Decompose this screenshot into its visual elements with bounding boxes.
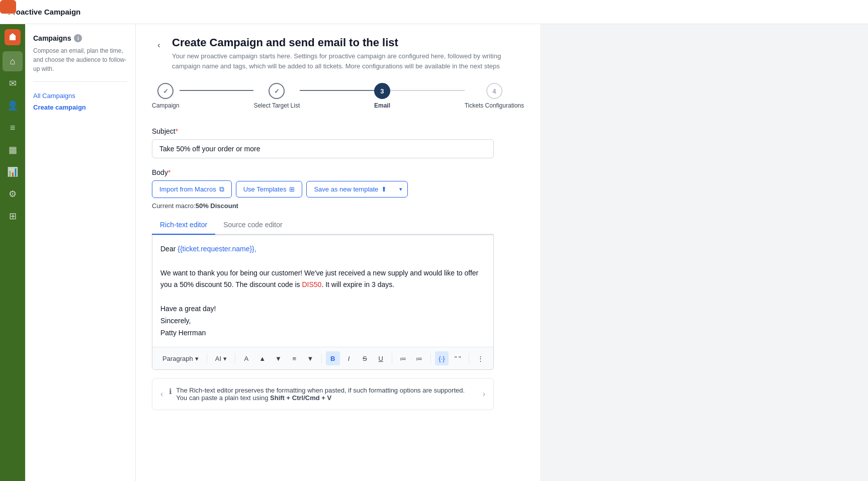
section-title: Campaigns i xyxy=(33,34,127,42)
step-campaign: ✓ Campaign xyxy=(152,83,180,109)
font-size-up-button[interactable]: ▲ xyxy=(255,351,270,365)
nav-email-icon[interactable]: ✉ xyxy=(3,73,23,93)
left-panel: Campaigns i Compose an email, plan the t… xyxy=(25,24,136,481)
nav-reports-icon[interactable]: ≡ xyxy=(3,118,23,138)
step-2-circle: ✓ xyxy=(269,83,285,99)
step-email: 3 Email xyxy=(374,83,390,109)
underline-button[interactable]: U xyxy=(374,351,388,365)
editor-suffix: . It will expire in 3 days. xyxy=(321,280,394,288)
step-connector-1 xyxy=(180,90,254,91)
copy-icon: ⧉ xyxy=(219,185,224,194)
editor-discount-code: DIS50 xyxy=(302,280,321,288)
back-button[interactable]: ‹ xyxy=(152,38,166,52)
page-subtitle: Your new proactive campaign starts here.… xyxy=(172,51,524,71)
step-3-circle: 3 xyxy=(374,83,390,99)
strikethrough-button[interactable]: S xyxy=(358,351,372,365)
info-icon: i xyxy=(74,34,82,42)
step-1-label: Campaign xyxy=(152,102,180,109)
banner-next-button[interactable]: › xyxy=(483,390,485,399)
page-header: ‹ Create Campaign and send email to the … xyxy=(152,36,524,71)
paragraph-chevron-down-icon: ▾ xyxy=(195,355,199,362)
save-template-main[interactable]: Save as new template ⬆ xyxy=(307,181,394,197)
ai-selector[interactable]: AI ▾ xyxy=(211,353,231,364)
step-4-label: Tickets Configurations xyxy=(465,102,524,109)
step-target-list: ✓ Select Target List xyxy=(253,83,300,109)
nav-contacts-icon[interactable]: 👤 xyxy=(3,95,23,116)
import-from-macros-button[interactable]: Import from Macros ⧉ xyxy=(152,180,232,198)
macro-label: Current macro:50% Discount xyxy=(152,202,494,210)
editor-closing-2: Sincerely, xyxy=(160,315,485,327)
body-label: Body* xyxy=(152,168,494,176)
paragraph-selector[interactable]: Paragraph ▾ xyxy=(158,353,203,364)
editor-area: Dear {{ticket.requester.name}}, We want … xyxy=(152,235,494,370)
toolbar-divider-1 xyxy=(207,353,207,363)
step-connector-2 xyxy=(300,90,374,91)
grid-icon: ⊞ xyxy=(289,185,295,193)
info-circle-icon: ℹ xyxy=(169,387,172,396)
tab-source-code-editor[interactable]: Source code editor xyxy=(215,216,291,235)
step-1-circle: ✓ xyxy=(157,83,173,99)
step-3-label: Email xyxy=(374,102,390,109)
info-content: ℹ The Rich-text editor preserves the for… xyxy=(169,387,476,402)
editor-closing-1: Have a great day! xyxy=(160,303,485,315)
use-templates-button[interactable]: Use Templates ⊞ xyxy=(236,181,303,198)
nav-settings-icon[interactable]: ⚙ xyxy=(3,184,23,204)
step-4-circle: 4 xyxy=(486,83,502,99)
editor-dear-prefix: Dear xyxy=(160,245,178,253)
body-section: Body* Import from Macros ⧉ Use Templates… xyxy=(152,168,494,410)
header-text: Create Campaign and send email to the li… xyxy=(172,36,524,71)
nav-lists-icon[interactable]: ▦ xyxy=(3,140,23,160)
ordered-list-button[interactable]: ≔ xyxy=(412,351,426,365)
chevron-down-icon: ▾ xyxy=(399,186,402,193)
banner-prev-button[interactable]: ‹ xyxy=(160,390,163,399)
tab-rich-text-editor[interactable]: Rich-text editor xyxy=(152,216,215,235)
icon-sidebar: ⌂ ✉ 👤 ≡ ▦ 📊 ⚙ ⊞ xyxy=(0,24,25,481)
step-tickets-config: 4 Tickets Configurations xyxy=(465,83,524,109)
step-2-label: Select Target List xyxy=(253,102,300,109)
button-row: Import from Macros ⧉ Use Templates ⊞ Sav… xyxy=(152,180,494,198)
font-color-button[interactable]: A xyxy=(239,351,253,365)
nav-grid-icon[interactable]: ⊞ xyxy=(3,206,23,226)
top-bar: Proactive Campaign xyxy=(0,0,868,24)
page-title: Create Campaign and send email to the li… xyxy=(172,36,524,49)
stepper: ✓ Campaign ✓ Select Target List 3 Email … xyxy=(152,83,524,113)
section-desc: Compose an email, plan the time, and cho… xyxy=(33,46,127,73)
variable-button[interactable]: {·} xyxy=(435,351,449,365)
toolbar-divider-2 xyxy=(235,353,235,363)
brand-logo xyxy=(5,29,21,45)
info-banner: ‹ ℹ The Rich-text editor preserves the f… xyxy=(152,378,494,410)
toolbar-divider-4 xyxy=(392,353,392,363)
line-height-down-button[interactable]: ▼ xyxy=(303,351,317,365)
italic-button[interactable]: I xyxy=(342,351,356,365)
app-title: Proactive Campaign xyxy=(8,8,80,16)
nav-charts-icon[interactable]: 📊 xyxy=(3,162,23,182)
ai-chevron-down-icon: ▾ xyxy=(223,355,227,362)
main-content: ‹ Create Campaign and send email to the … xyxy=(136,24,540,481)
app-logo xyxy=(0,0,16,14)
info-text: The Rich-text editor preserves the forma… xyxy=(176,387,476,402)
toolbar-divider-3 xyxy=(321,353,322,363)
step-connector-3 xyxy=(390,90,465,91)
editor-tabs: Rich-text editor Source code editor xyxy=(152,216,494,235)
font-size-down-button[interactable]: ▼ xyxy=(272,351,286,365)
quote-button[interactable]: " " xyxy=(451,351,465,365)
editor-variable: {{ticket.requester.name}}, xyxy=(178,245,256,253)
sidebar-item-create-campaign[interactable]: Create campaign xyxy=(33,102,127,113)
editor-toolbar: Paragraph ▾ AI ▾ A ▲ ▼ ≡ ▼ B xyxy=(152,347,493,369)
toolbar-divider-6 xyxy=(469,353,469,363)
nav-home-icon[interactable]: ⌂ xyxy=(3,51,23,71)
bold-button[interactable]: B xyxy=(326,351,340,365)
subject-input[interactable] xyxy=(152,139,494,158)
save-template-dropdown[interactable]: ▾ xyxy=(394,182,407,197)
editor-content[interactable]: Dear {{ticket.requester.name}}, We want … xyxy=(152,235,493,347)
line-height-button[interactable]: ≡ xyxy=(287,351,301,365)
unordered-list-button[interactable]: ≔ xyxy=(396,351,410,365)
toolbar-divider-5 xyxy=(430,353,431,363)
more-options-button[interactable]: ⋮ xyxy=(473,351,487,365)
subject-label: Subject* xyxy=(152,127,524,135)
sidebar-item-all-campaigns[interactable]: All Campaigns xyxy=(33,90,127,102)
editor-signature: Patty Herrman xyxy=(160,327,485,339)
upload-icon: ⬆ xyxy=(381,185,387,193)
save-as-new-template-button[interactable]: Save as new template ⬆ ▾ xyxy=(306,181,408,198)
